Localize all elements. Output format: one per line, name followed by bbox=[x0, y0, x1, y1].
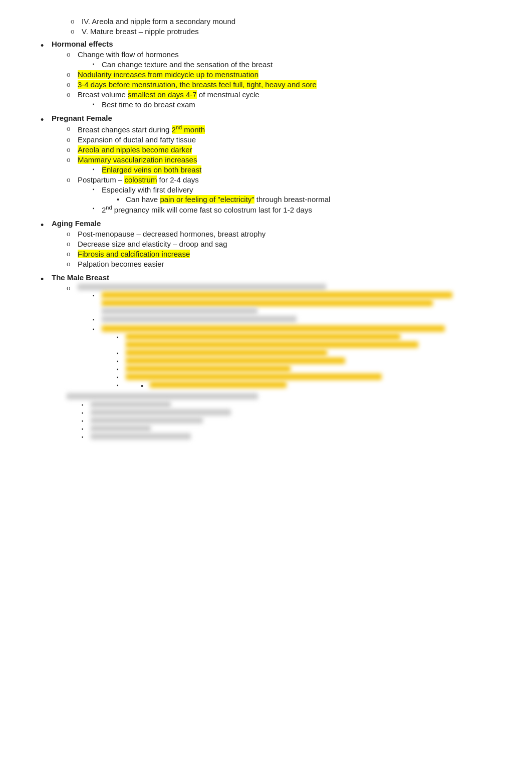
blurred-section2 bbox=[52, 393, 491, 440]
list-item: 2nd pregnancy milk will come fast so col… bbox=[93, 205, 491, 214]
hormonal-effects-item: Hormonal effects Change with flow of hor… bbox=[41, 40, 491, 109]
bullet-sub: Can have pain or feeling of "electricity… bbox=[102, 195, 491, 204]
list-item: V. Mature breast – nipple protrudes bbox=[71, 27, 491, 36]
list-item: Mammary vascularization increases Enlarg… bbox=[67, 155, 491, 174]
list-item: Expansion of ductal and fatty tissue bbox=[67, 135, 491, 144]
highlighted-text: smallest on days 4-7 bbox=[128, 90, 197, 99]
list-item: Fibrosis and calcification increase bbox=[67, 250, 491, 258]
list-item: Nodularity increases from midcycle up to… bbox=[67, 70, 491, 79]
blurred-item bbox=[117, 349, 491, 356]
blurred-item bbox=[117, 373, 491, 380]
aging-subitems: Post-menopause – decreased hormones, bre… bbox=[52, 230, 491, 268]
page-content: IV. Areola and nipple form a secondary m… bbox=[41, 17, 491, 440]
list-item: Decrease size and elasticity – droop and… bbox=[67, 240, 491, 248]
blurred-item bbox=[82, 417, 491, 424]
list-item: IV. Areola and nipple form a secondary m… bbox=[71, 17, 491, 26]
highlighted-text: 2nd month bbox=[172, 125, 205, 134]
section-label: Pregnant Female bbox=[52, 114, 112, 122]
list-item: Change with flow of hormones Can change … bbox=[67, 50, 491, 69]
postpartum-sub: Especially with first delivery Can have … bbox=[78, 185, 491, 214]
list-item: Palpation becomes easier bbox=[67, 260, 491, 268]
highlighted-text: Enlarged veins on both breast bbox=[102, 165, 201, 174]
blurred-sub bbox=[78, 292, 491, 322]
blurred-item bbox=[117, 333, 491, 348]
blurred-sub5 bbox=[67, 401, 491, 440]
aging-female-item: Aging Female Post-menopause – decreased … bbox=[41, 219, 491, 268]
blurred-item bbox=[93, 316, 491, 322]
list-item: 3-4 days before menstruation, the breast… bbox=[67, 80, 491, 89]
highlighted-text: Nodularity increases from midcycle up to… bbox=[78, 70, 258, 79]
blurred-item bbox=[117, 365, 491, 372]
list-item: Best time to do breast exam bbox=[93, 100, 491, 109]
main-list: IV. Areola and nipple form a secondary m… bbox=[41, 17, 491, 440]
blurred-item bbox=[117, 357, 491, 364]
list-item: Post-menopause – decreased hormones, bre… bbox=[67, 230, 491, 238]
list-item: Breast volume smallest on days 4-7 of me… bbox=[67, 90, 491, 109]
blurred-item bbox=[141, 381, 491, 388]
section-label: The Male Breast bbox=[52, 273, 109, 282]
list-item: Can have pain or feeling of "electricity… bbox=[117, 195, 491, 204]
top-subitems: IV. Areola and nipple form a secondary m… bbox=[41, 17, 491, 36]
highlighted-text: Areola and nipples become darker bbox=[78, 145, 192, 154]
highlighted-text: colostrum bbox=[124, 175, 157, 184]
list-item: Especially with first delivery Can have … bbox=[93, 185, 491, 204]
list-item: Postpartum – colostrum for 2-4 days Espe… bbox=[67, 175, 491, 214]
blurred-item bbox=[93, 325, 491, 388]
sub-square: Can change texture and the sensation of … bbox=[78, 60, 491, 69]
list-item: Areola and nipples become darker bbox=[67, 145, 491, 154]
section-label: Hormonal effects bbox=[52, 40, 113, 48]
section-label: Aging Female bbox=[52, 219, 101, 228]
sub-square: Enlarged veins on both breast bbox=[78, 165, 491, 174]
list-item bbox=[67, 284, 491, 388]
blurred-sub2 bbox=[78, 325, 491, 388]
list-item: Enlarged veins on both breast bbox=[93, 165, 491, 174]
pregnant-female-item: Pregnant Female Breast changes start dur… bbox=[41, 114, 491, 214]
blurred-item bbox=[82, 401, 491, 408]
highlighted-text: Mammary vascularization increases bbox=[78, 155, 197, 164]
hormonal-subitems: Change with flow of hormones Can change … bbox=[52, 50, 491, 109]
blurred-item bbox=[117, 381, 491, 388]
blurred-sub4 bbox=[126, 381, 491, 388]
list-item: Can change texture and the sensation of … bbox=[93, 60, 491, 69]
highlighted-text: 3-4 days before menstruation, the breast… bbox=[78, 80, 317, 89]
male-breast-subitems bbox=[52, 284, 491, 388]
highlighted-text: pain or feeling of "electricity" bbox=[160, 195, 254, 204]
male-breast-item: The Male Breast bbox=[41, 273, 491, 440]
blurred-item bbox=[82, 409, 491, 416]
blurred-item bbox=[93, 292, 491, 314]
blurred-sub3 bbox=[102, 333, 491, 388]
pregnant-subitems: Breast changes start during 2nd month Ex… bbox=[52, 124, 491, 214]
list-item: Breast changes start during 2nd month bbox=[67, 124, 491, 134]
sub-square: Best time to do breast exam bbox=[78, 100, 491, 109]
blurred-item bbox=[82, 433, 491, 440]
highlighted-text: Fibrosis and calcification increase bbox=[78, 250, 190, 258]
blurred-item bbox=[82, 425, 491, 432]
